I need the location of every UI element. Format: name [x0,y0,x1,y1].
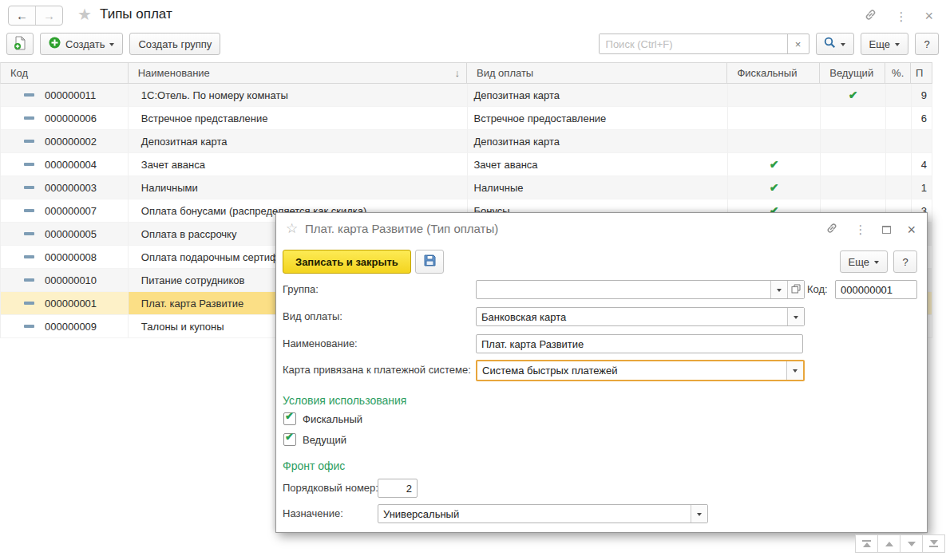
dialog-close-icon[interactable]: × [907,223,916,237]
cell-percent [886,107,912,130]
scroll-up-button[interactable] [877,534,900,553]
forward-button[interactable]: → [36,6,62,25]
group-dropdown-button[interactable] [770,281,787,298]
more-button[interactable]: Еще [861,33,908,55]
create-group-button[interactable]: Создать группу [129,33,220,55]
column-header-leading[interactable]: Ведущий [820,63,885,83]
scroll-to-bottom-button[interactable] [922,534,945,553]
help-button-label: ? [924,38,929,50]
purpose-input[interactable] [378,505,691,523]
column-header-order[interactable]: П [911,63,932,83]
more-button-label: Еще [869,38,890,50]
dialog-more-button[interactable]: Еще [840,250,888,273]
checkbox-icon: ✔ [283,433,296,446]
cell-percent [886,153,912,176]
checkbox-icon: ✔ [283,412,296,425]
favorite-star-icon[interactable]: ★ [77,5,92,24]
list-toolbar: Создать Создать группу × Еще [0,33,946,55]
save-button[interactable] [415,250,444,274]
cell-order: 1 [912,176,932,199]
dialog-favorite-star-icon[interactable]: ☆ [286,220,298,237]
column-header-percent[interactable]: %. [885,63,911,83]
list-item-marker-icon [24,302,34,305]
list-item-marker-icon [24,116,34,120]
help-button[interactable]: ? [915,33,939,55]
chevron-down-icon [777,289,782,292]
leading-checkbox[interactable]: ✔ Ведущий [283,433,346,446]
close-window-icon[interactable]: × [924,9,933,23]
plus-circle-icon [49,37,61,51]
search-input[interactable] [600,34,787,53]
payment-kind-dropdown-button[interactable] [787,308,804,325]
cell-code: 000000006 [45,112,97,124]
payment-kind-input[interactable] [477,308,787,325]
column-header-code[interactable]: Код [1,63,129,83]
table-row[interactable]: 000000006 Встречное представление Встреч… [1,107,932,130]
list-item-marker-icon [24,163,34,166]
card-system-dropdown-button[interactable] [786,361,803,380]
forward-arrow-icon: → [43,9,55,22]
table-row[interactable]: 000000003 Наличными Наличные ✔ 1 [1,176,932,199]
cell-code: 000000009 [45,321,97,333]
leading-checkmark [821,176,886,199]
code-input[interactable] [835,280,917,299]
cell-code: 000000007 [45,205,97,217]
list-item-marker-icon [24,325,34,328]
save-and-close-button[interactable]: Записать и закрыть [283,250,411,274]
column-header-name[interactable]: Наименование ↓ [129,63,467,83]
cell-name: Зачет аванса [129,153,468,176]
window-menu-icon[interactable]: ⋮ [895,10,907,22]
scroll-down-button[interactable] [900,534,923,553]
dialog-menu-icon[interactable]: ⋮ [854,223,866,235]
open-in-new-icon [791,284,801,296]
leading-checkmark [821,130,886,153]
save-icon [423,254,437,270]
order-number-input[interactable] [378,479,418,498]
clear-search-button[interactable]: × [787,34,809,53]
fiscal-checkmark: ✔ [728,176,821,199]
list-item-marker-icon [24,186,34,189]
create-new-document-button[interactable] [6,33,34,55]
table-row[interactable]: 000000004 Зачет аванса Зачет аванса ✔ 4 [1,153,932,176]
purpose-dropdown-button[interactable] [691,505,707,523]
dialog-copy-link-icon[interactable] [825,222,838,237]
fiscal-checkmark [728,107,821,130]
table-row[interactable]: 000000011 1С:Отель. По номеру комнаты Де… [1,84,932,107]
table-row[interactable]: 000000002 Депозитная карта Депозитная ка… [1,130,932,153]
create-button[interactable]: Создать [40,33,123,55]
fiscal-checkbox[interactable]: ✔ Фискальный [283,412,362,425]
dialog-maximize-icon[interactable] [882,226,891,234]
cell-code: 000000005 [45,228,97,240]
usage-section-title: Условия использования [283,394,406,407]
column-header-fiscal[interactable]: Фискальный [727,63,820,83]
group-open-button[interactable] [787,281,804,298]
back-button[interactable]: ← [9,6,36,25]
chevron-down-icon [109,43,114,46]
group-field [476,280,805,299]
chevron-down-icon [793,369,798,373]
search-options-button[interactable] [816,33,854,55]
chevron-down-icon [794,316,798,319]
list-item-marker-icon [24,140,34,143]
order-number-label: Порядковый номер: [283,482,378,494]
top-bar-icon [862,540,871,542]
sort-descending-icon: ↓ [454,67,460,79]
create-button-label: Создать [65,38,105,50]
triangle-down-icon [908,542,916,546]
name-input[interactable] [476,334,803,353]
triangle-up-icon [863,542,871,547]
application-window: ← → ★ Типы оплат ⋮ × Создать [0,0,946,560]
leading-checkmark [821,153,886,176]
dialog-help-button[interactable]: ? [893,250,917,273]
cell-order: 4 [912,153,932,176]
group-input[interactable] [477,281,770,298]
leading-checkmark: ✔ [821,84,886,107]
cell-code: 000000004 [45,159,97,171]
column-header-kind[interactable]: Вид оплаты [467,63,727,83]
cell-kind: Зачет аванса [468,153,729,176]
cell-code: 000000003 [45,182,97,194]
copy-link-icon[interactable] [864,8,877,24]
card-system-input[interactable] [477,361,786,380]
scroll-to-top-button[interactable] [855,534,878,553]
payment-kind-field [476,307,805,326]
